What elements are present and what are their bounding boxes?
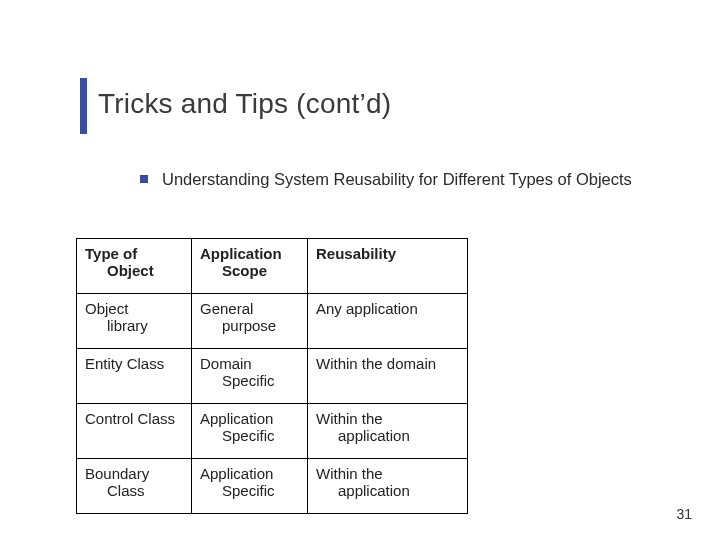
- bullet-item: Understanding System Reusability for Dif…: [140, 168, 670, 190]
- cell-line2: purpose: [200, 317, 297, 334]
- cell-line1: Control Class: [85, 410, 175, 427]
- cell-reusability: Within the application: [308, 404, 468, 459]
- cell-line2: application: [316, 427, 457, 444]
- cell-type: Control Class: [77, 404, 192, 459]
- reusability-table: Type of Object Application Scope Reusabi…: [76, 238, 468, 514]
- slide: Tricks and Tips (cont’d) Understanding S…: [0, 0, 720, 540]
- cell-scope: General purpose: [192, 294, 308, 349]
- header-line1: Application: [200, 245, 282, 262]
- header-line2: Scope: [200, 262, 297, 279]
- table-header-row: Type of Object Application Scope Reusabi…: [77, 239, 468, 294]
- cell-line1: General: [200, 300, 253, 317]
- header-line1: Type of: [85, 245, 137, 262]
- cell-line1: Entity Class: [85, 355, 164, 372]
- slide-title: Tricks and Tips (cont’d): [98, 88, 391, 120]
- cell-reusability: Within the application: [308, 459, 468, 514]
- cell-line1: Object: [85, 300, 128, 317]
- cell-line1: Application: [200, 410, 273, 427]
- cell-line1: Boundary: [85, 465, 149, 482]
- table-row: Entity Class Domain Specific Within the …: [77, 349, 468, 404]
- cell-line1: Application: [200, 465, 273, 482]
- cell-line1: Within the domain: [316, 355, 436, 372]
- cell-scope: Application Specific: [192, 459, 308, 514]
- header-line1: Reusability: [316, 245, 396, 262]
- table-row: Boundary Class Application Specific With…: [77, 459, 468, 514]
- header-reusability: Reusability: [308, 239, 468, 294]
- cell-line2: Specific: [200, 482, 297, 499]
- cell-line2: Specific: [200, 427, 297, 444]
- cell-line1: Any application: [316, 300, 418, 317]
- header-application-scope: Application Scope: [192, 239, 308, 294]
- bullet-text: Understanding System Reusability for Dif…: [162, 168, 670, 190]
- cell-line2: application: [316, 482, 457, 499]
- cell-line2: Specific: [200, 372, 297, 389]
- bullet-square-icon: [140, 175, 148, 183]
- cell-reusability: Any application: [308, 294, 468, 349]
- header-type-of-object: Type of Object: [77, 239, 192, 294]
- cell-scope: Domain Specific: [192, 349, 308, 404]
- cell-line2: library: [85, 317, 181, 334]
- table-row: Control Class Application Specific Withi…: [77, 404, 468, 459]
- table-row: Object library General purpose Any appli…: [77, 294, 468, 349]
- cell-line1: Domain: [200, 355, 252, 372]
- cell-line2: Class: [85, 482, 181, 499]
- cell-scope: Application Specific: [192, 404, 308, 459]
- cell-type: Boundary Class: [77, 459, 192, 514]
- header-line2: Object: [85, 262, 181, 279]
- cell-line1: Within the: [316, 410, 383, 427]
- cell-reusability: Within the domain: [308, 349, 468, 404]
- slide-number: 31: [676, 506, 692, 522]
- cell-line1: Within the: [316, 465, 383, 482]
- cell-type: Object library: [77, 294, 192, 349]
- cell-type: Entity Class: [77, 349, 192, 404]
- title-accent-bar: [80, 78, 87, 134]
